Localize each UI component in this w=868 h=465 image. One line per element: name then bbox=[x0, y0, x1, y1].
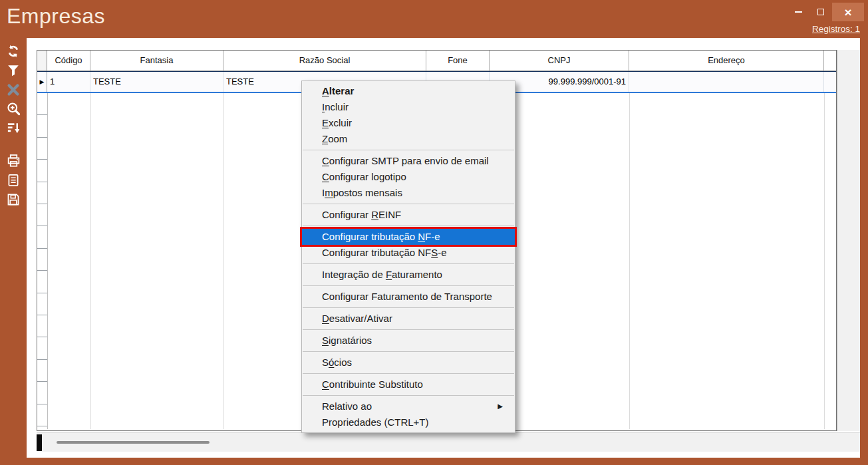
menu-item-incluir[interactable]: Incluir bbox=[302, 99, 515, 115]
sort-button[interactable] bbox=[3, 118, 23, 138]
window-title: Empresas bbox=[7, 4, 105, 29]
menu-item-contribuinte-substituto[interactable]: Contribuinte Substituto bbox=[302, 377, 515, 392]
close-button[interactable]: × bbox=[832, 3, 864, 21]
column-header-razao-social[interactable]: Razão Social bbox=[223, 51, 426, 71]
records-count-link[interactable]: Registros: 1 bbox=[812, 24, 860, 34]
menu-item-label: Excluir bbox=[322, 117, 352, 128]
filter-button[interactable] bbox=[3, 61, 23, 80]
grid-column-line bbox=[223, 71, 224, 429]
column-header-ba[interactable]: Ba bbox=[824, 51, 837, 71]
grid-column-line bbox=[629, 71, 630, 429]
save-button[interactable] bbox=[3, 190, 23, 209]
menu-item-desativar-ativar[interactable]: Desativar/Ativar bbox=[302, 311, 515, 327]
menu-item-label: Incluir bbox=[322, 101, 349, 112]
clear-filter-button[interactable] bbox=[3, 80, 23, 99]
menu-item-signatarios[interactable]: Signatários bbox=[302, 333, 515, 349]
save-icon bbox=[6, 192, 21, 207]
menu-item-label: Contribuinte Substituto bbox=[322, 379, 423, 390]
column-header-cnpj[interactable]: CNPJ bbox=[490, 51, 629, 71]
menu-item-configurar-faturamento-de-transporte[interactable]: Configurar Faturamento de Transporte bbox=[302, 289, 515, 305]
menu-item-excluir[interactable]: Excluir bbox=[302, 115, 515, 131]
row-selector-header bbox=[37, 51, 47, 71]
zoom-record-icon bbox=[6, 101, 21, 116]
current-row-marker-icon: ▶ bbox=[40, 79, 45, 85]
menu-item-label: Configurar logotipo bbox=[322, 171, 406, 182]
minimize-button[interactable] bbox=[787, 3, 809, 21]
row-selector-column bbox=[37, 93, 47, 430]
column-header-fantasia[interactable]: Fantasia bbox=[90, 51, 223, 71]
window-titlebar: Empresas × Registros: 1 bbox=[0, 0, 868, 38]
menu-item-configurar-logotipo[interactable]: Configurar logotipo bbox=[302, 169, 515, 185]
filter-icon bbox=[6, 63, 21, 78]
column-header-fone[interactable]: Fone bbox=[426, 51, 490, 71]
left-toolbar bbox=[0, 38, 27, 458]
vertical-scrollbar[interactable] bbox=[837, 50, 860, 431]
grid-column-line bbox=[90, 71, 91, 429]
context-menu: AlterarIncluirExcluirZoomConfigurar SMTP… bbox=[301, 80, 515, 433]
menu-item-label: Configurar Faturamento de Transporte bbox=[322, 291, 492, 302]
menu-item-configurar-reinf[interactable]: Configurar REINF bbox=[302, 207, 515, 223]
menu-item-relativo-ao[interactable]: Relativo ao▶ bbox=[302, 398, 515, 414]
menu-item-label: Configurar REINF bbox=[322, 209, 401, 220]
menu-item-socios[interactable]: Sócios bbox=[302, 355, 515, 371]
menu-item-label: Configurar tributação NF-e bbox=[322, 231, 440, 242]
refresh-button[interactable] bbox=[3, 41, 23, 61]
menu-item-integracao-de-faturamento[interactable]: Integração de Faturamento bbox=[302, 267, 515, 283]
menu-item-configurar-tributacao-nfs-e[interactable]: Configurar tributação NFS-e bbox=[302, 245, 515, 261]
menu-separator bbox=[303, 329, 514, 330]
clear-filter-icon bbox=[6, 82, 21, 97]
menu-separator bbox=[303, 373, 514, 374]
menu-item-alterar[interactable]: Alterar bbox=[302, 83, 515, 99]
column-header-endereco[interactable]: Endereço bbox=[629, 51, 824, 71]
minimize-icon bbox=[795, 11, 802, 13]
horizontal-scrollbar[interactable] bbox=[37, 432, 860, 452]
cell-endereco[interactable] bbox=[629, 72, 824, 92]
sort-icon bbox=[6, 120, 21, 136]
menu-item-impostos-mensais[interactable]: Impostos mensais bbox=[302, 185, 515, 201]
report-button[interactable] bbox=[3, 170, 23, 190]
menu-item-label: Alterar bbox=[322, 85, 354, 96]
menu-item-label: Desativar/Ativar bbox=[322, 313, 392, 324]
menu-item-label: Integração de Faturamento bbox=[322, 269, 442, 280]
row-selector-cell[interactable]: ▶ bbox=[37, 72, 47, 92]
print-icon bbox=[6, 153, 21, 168]
grid-column-line bbox=[47, 71, 48, 429]
submenu-arrow-icon: ▶ bbox=[498, 398, 503, 414]
menu-item-label: Signatários bbox=[322, 335, 372, 346]
maximize-button[interactable] bbox=[809, 3, 832, 21]
menu-item-configurar-tributacao-nf-e[interactable]: Configurar tributação NF-e bbox=[302, 229, 515, 245]
menu-separator bbox=[303, 263, 514, 264]
menu-item-label: Configurar SMTP para envio de email bbox=[322, 155, 489, 166]
menu-item-propriedades-ctrl-t[interactable]: Propriedades (CTRL+T) bbox=[302, 414, 515, 430]
menu-item-zoom[interactable]: Zoom bbox=[302, 131, 515, 147]
column-header-codigo[interactable]: Código bbox=[47, 51, 90, 71]
cell-fantasia[interactable]: TESTE bbox=[90, 72, 223, 92]
menu-separator bbox=[303, 204, 514, 204]
menu-separator bbox=[303, 226, 514, 226]
grid-header: CódigoFantasiaRazão SocialFoneCNPJEndere… bbox=[37, 51, 837, 71]
window-controls: × bbox=[787, 3, 864, 21]
refresh-icon bbox=[5, 43, 21, 59]
menu-item-label: Relativo ao bbox=[322, 400, 372, 412]
cell-ba[interactable] bbox=[824, 72, 837, 92]
app-window: Empresas × Registros: 1 CódigoFantasiaRa… bbox=[0, 0, 868, 465]
menu-separator bbox=[303, 307, 514, 308]
close-icon: × bbox=[844, 6, 851, 19]
menu-separator bbox=[303, 150, 514, 150]
hscroll-mark bbox=[37, 434, 42, 451]
menu-item-label: Sócios bbox=[322, 357, 352, 368]
menu-item-label: Impostos mensais bbox=[322, 187, 402, 198]
hscroll-thumb[interactable] bbox=[57, 441, 210, 444]
menu-item-configurar-smtp-para-envio-de-email[interactable]: Configurar SMTP para envio de email bbox=[302, 153, 515, 169]
menu-item-label: Propriedades (CTRL+T) bbox=[322, 416, 428, 428]
menu-separator bbox=[303, 351, 514, 352]
report-icon bbox=[6, 173, 21, 188]
menu-item-label: Configurar tributação NFS-e bbox=[322, 247, 447, 258]
grid-column-line bbox=[824, 71, 825, 429]
zoom-record-button[interactable] bbox=[3, 99, 23, 118]
print-button[interactable] bbox=[3, 151, 23, 170]
menu-separator bbox=[303, 285, 514, 286]
cell-codigo[interactable]: 1 bbox=[47, 72, 90, 92]
menu-item-label: Zoom bbox=[322, 133, 347, 144]
maximize-icon bbox=[817, 9, 824, 15]
